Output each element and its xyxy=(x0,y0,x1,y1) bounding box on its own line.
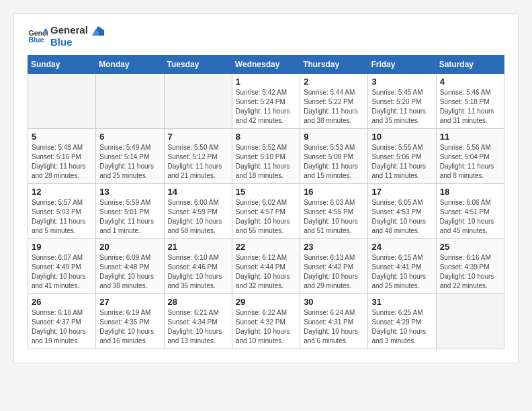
day-number: 15 xyxy=(236,187,296,197)
calendar-cell xyxy=(28,74,96,129)
calendar-cell: 25Sunrise: 6:16 AMSunset: 4:39 PMDayligh… xyxy=(436,239,504,294)
day-info: Sunrise: 5:48 AMSunset: 5:16 PMDaylight:… xyxy=(32,143,92,181)
weekday-header-wednesday: Wednesday xyxy=(232,56,300,74)
day-info: Sunrise: 5:50 AMSunset: 5:12 PMDaylight:… xyxy=(168,143,228,181)
calendar-cell: 8Sunrise: 5:52 AMSunset: 5:10 PMDaylight… xyxy=(232,129,300,184)
calendar-table: SundayMondayTuesdayWednesdayThursdayFrid… xyxy=(28,55,504,349)
calendar-week-3: 12Sunrise: 5:57 AMSunset: 5:03 PMDayligh… xyxy=(28,184,504,239)
calendar-cell: 2Sunrise: 5:44 AMSunset: 5:22 PMDaylight… xyxy=(300,74,368,129)
day-number: 20 xyxy=(99,242,160,252)
day-number: 6 xyxy=(99,132,160,142)
day-number: 18 xyxy=(440,187,500,197)
weekday-header-sunday: Sunday xyxy=(28,56,96,74)
day-number: 7 xyxy=(168,132,228,142)
day-info: Sunrise: 6:09 AMSunset: 4:48 PMDaylight:… xyxy=(99,253,160,291)
calendar-cell xyxy=(96,74,164,129)
day-info: Sunrise: 6:13 AMSunset: 4:42 PMDaylight:… xyxy=(304,253,364,291)
day-number: 22 xyxy=(236,242,296,252)
day-info: Sunrise: 5:49 AMSunset: 5:14 PMDaylight:… xyxy=(99,143,160,181)
calendar-cell: 28Sunrise: 6:21 AMSunset: 4:34 PMDayligh… xyxy=(164,294,232,349)
logo-icon: General Blue xyxy=(28,26,48,46)
weekday-header-monday: Monday xyxy=(96,56,164,74)
day-number: 14 xyxy=(168,187,228,197)
calendar-header-row: SundayMondayTuesdayWednesdayThursdayFrid… xyxy=(28,56,504,74)
logo-arrow-icon xyxy=(92,26,104,36)
day-number: 23 xyxy=(304,242,364,252)
day-info: Sunrise: 6:15 AMSunset: 4:41 PMDaylight:… xyxy=(371,253,432,291)
day-number: 19 xyxy=(32,242,92,252)
day-number: 21 xyxy=(168,242,228,252)
calendar-cell: 4Sunrise: 5:46 AMSunset: 5:18 PMDaylight… xyxy=(436,74,504,129)
calendar-cell: 19Sunrise: 6:07 AMSunset: 4:49 PMDayligh… xyxy=(28,239,96,294)
weekday-header-friday: Friday xyxy=(368,56,436,74)
day-number: 1 xyxy=(236,77,296,87)
calendar-cell: 20Sunrise: 6:09 AMSunset: 4:48 PMDayligh… xyxy=(96,239,164,294)
calendar-cell: 29Sunrise: 6:22 AMSunset: 4:32 PMDayligh… xyxy=(232,294,300,349)
calendar-container: General Blue General Blue xyxy=(13,13,519,363)
weekday-header-thursday: Thursday xyxy=(300,56,368,74)
day-info: Sunrise: 6:12 AMSunset: 4:44 PMDaylight:… xyxy=(236,253,296,291)
day-info: Sunrise: 5:53 AMSunset: 5:08 PMDaylight:… xyxy=(304,143,364,181)
calendar-cell: 23Sunrise: 6:13 AMSunset: 4:42 PMDayligh… xyxy=(300,239,368,294)
calendar-cell xyxy=(436,294,504,349)
calendar-cell: 16Sunrise: 6:03 AMSunset: 4:55 PMDayligh… xyxy=(300,184,368,239)
day-info: Sunrise: 6:00 AMSunset: 4:59 PMDaylight:… xyxy=(168,198,228,236)
day-info: Sunrise: 6:25 AMSunset: 4:29 PMDaylight:… xyxy=(371,308,432,346)
calendar-cell: 10Sunrise: 5:55 AMSunset: 5:06 PMDayligh… xyxy=(368,129,436,184)
day-info: Sunrise: 5:44 AMSunset: 5:22 PMDaylight:… xyxy=(304,88,364,126)
day-info: Sunrise: 6:03 AMSunset: 4:55 PMDaylight:… xyxy=(304,198,364,236)
logo-blue: Blue xyxy=(50,36,104,48)
calendar-cell: 6Sunrise: 5:49 AMSunset: 5:14 PMDaylight… xyxy=(96,129,164,184)
calendar-cell: 5Sunrise: 5:48 AMSunset: 5:16 PMDaylight… xyxy=(28,129,96,184)
calendar-cell: 24Sunrise: 6:15 AMSunset: 4:41 PMDayligh… xyxy=(368,239,436,294)
logo: General Blue General Blue xyxy=(28,24,104,48)
day-number: 2 xyxy=(304,77,364,87)
day-number: 24 xyxy=(371,242,432,252)
day-number: 27 xyxy=(99,297,160,307)
day-number: 30 xyxy=(304,297,364,307)
day-info: Sunrise: 5:42 AMSunset: 5:24 PMDaylight:… xyxy=(236,88,296,126)
day-info: Sunrise: 6:06 AMSunset: 4:51 PMDaylight:… xyxy=(440,198,500,236)
day-number: 11 xyxy=(440,132,500,142)
calendar-cell: 3Sunrise: 5:45 AMSunset: 5:20 PMDaylight… xyxy=(368,74,436,129)
day-info: Sunrise: 5:52 AMSunset: 5:10 PMDaylight:… xyxy=(236,143,296,181)
day-number: 31 xyxy=(371,297,432,307)
weekday-header-saturday: Saturday xyxy=(436,56,504,74)
day-number: 16 xyxy=(304,187,364,197)
day-number: 4 xyxy=(440,77,500,87)
day-number: 12 xyxy=(32,187,92,197)
day-info: Sunrise: 6:05 AMSunset: 4:53 PMDaylight:… xyxy=(371,198,432,236)
day-info: Sunrise: 5:59 AMSunset: 5:01 PMDaylight:… xyxy=(99,198,160,236)
day-info: Sunrise: 6:16 AMSunset: 4:39 PMDaylight:… xyxy=(440,253,500,291)
calendar-cell xyxy=(164,74,232,129)
day-info: Sunrise: 6:02 AMSunset: 4:57 PMDaylight:… xyxy=(236,198,296,236)
day-number: 17 xyxy=(371,187,432,197)
day-info: Sunrise: 6:24 AMSunset: 4:31 PMDaylight:… xyxy=(304,308,364,346)
day-info: Sunrise: 5:56 AMSunset: 5:04 PMDaylight:… xyxy=(440,143,500,181)
calendar-cell: 1Sunrise: 5:42 AMSunset: 5:24 PMDaylight… xyxy=(232,74,300,129)
day-number: 13 xyxy=(99,187,160,197)
day-info: Sunrise: 6:22 AMSunset: 4:32 PMDaylight:… xyxy=(236,308,296,346)
day-number: 9 xyxy=(304,132,364,142)
calendar-week-5: 26Sunrise: 6:18 AMSunset: 4:37 PMDayligh… xyxy=(28,294,504,349)
calendar-cell: 21Sunrise: 6:10 AMSunset: 4:46 PMDayligh… xyxy=(164,239,232,294)
day-info: Sunrise: 6:07 AMSunset: 4:49 PMDaylight:… xyxy=(32,253,92,291)
calendar-week-4: 19Sunrise: 6:07 AMSunset: 4:49 PMDayligh… xyxy=(28,239,504,294)
day-number: 28 xyxy=(168,297,228,307)
calendar-cell: 14Sunrise: 6:00 AMSunset: 4:59 PMDayligh… xyxy=(164,184,232,239)
calendar-week-2: 5Sunrise: 5:48 AMSunset: 5:16 PMDaylight… xyxy=(28,129,504,184)
calendar-cell: 7Sunrise: 5:50 AMSunset: 5:12 PMDaylight… xyxy=(164,129,232,184)
day-number: 5 xyxy=(32,132,92,142)
day-info: Sunrise: 5:45 AMSunset: 5:20 PMDaylight:… xyxy=(371,88,432,126)
day-number: 29 xyxy=(236,297,296,307)
day-info: Sunrise: 5:46 AMSunset: 5:18 PMDaylight:… xyxy=(440,88,500,126)
day-number: 25 xyxy=(440,242,500,252)
day-info: Sunrise: 6:19 AMSunset: 4:35 PMDaylight:… xyxy=(99,308,160,346)
day-number: 8 xyxy=(236,132,296,142)
calendar-cell: 9Sunrise: 5:53 AMSunset: 5:08 PMDaylight… xyxy=(300,129,368,184)
day-info: Sunrise: 5:55 AMSunset: 5:06 PMDaylight:… xyxy=(371,143,432,181)
calendar-cell: 17Sunrise: 6:05 AMSunset: 4:53 PMDayligh… xyxy=(368,184,436,239)
calendar-cell: 15Sunrise: 6:02 AMSunset: 4:57 PMDayligh… xyxy=(232,184,300,239)
calendar-cell: 22Sunrise: 6:12 AMSunset: 4:44 PMDayligh… xyxy=(232,239,300,294)
day-number: 10 xyxy=(371,132,432,142)
